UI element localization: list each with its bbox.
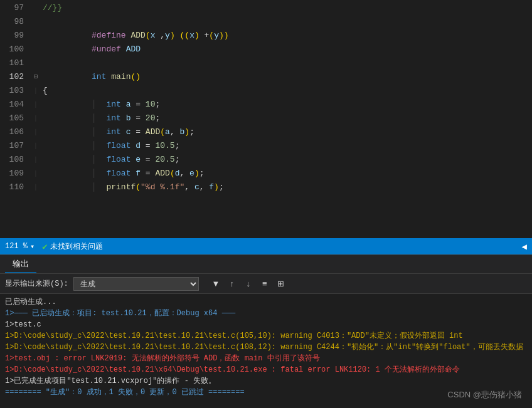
status-check-label: 未找到相关问题: [50, 241, 103, 252]
list-item: 1>test.obj : error LNK2019: 无法解析的外部符号 AD…: [5, 353, 527, 364]
line-number-99: 99: [0, 29, 31, 43]
list-item: 1>已完成生成项目"test.10.21.vcxproj"的操作 - 失败。: [5, 375, 527, 387]
line-number-101: 101: [0, 56, 31, 70]
table-row: 100 #undef ADD: [0, 43, 532, 56]
line-number-97: 97: [0, 1, 31, 15]
line-number-103: 103: [0, 84, 31, 98]
table-row: 102 ⊟ int main(): [0, 70, 532, 84]
source-label: 显示输出来源(S):: [5, 278, 68, 289]
zoom-indicator[interactable]: 121 % ▾: [5, 242, 35, 251]
toolbar-icon-group: ▼ ↑ ↓ ≡ ⊞: [209, 277, 288, 291]
line-number-105: 105: [0, 112, 31, 125]
list-item: 1>D:\code\study_c\2022\test.10.21\x64\De…: [5, 364, 527, 375]
toolbar-scroll-down-icon[interactable]: ▼: [209, 277, 223, 291]
nav-left-icon: ◀: [522, 242, 527, 252]
panel-tab-bar: 输出: [0, 255, 532, 274]
list-item: 1>test.c: [5, 319, 527, 330]
list-item: 1>——— 已启动生成：项目: test.10.21，配置：Debug x64 …: [5, 308, 527, 319]
toolbar-clear-icon[interactable]: ≡: [258, 277, 272, 291]
line-number-100: 100: [0, 43, 31, 56]
check-icon: ✔: [42, 241, 47, 252]
status-check-indicator: ✔ 未找到相关问题: [42, 241, 102, 252]
tab-output[interactable]: 输出: [5, 256, 36, 273]
line-number-109: 109: [0, 167, 31, 180]
toolbar-scroll-up-icon[interactable]: ↑: [225, 277, 239, 291]
line-number-104: 104: [0, 98, 31, 112]
toolbar-wrap-icon[interactable]: ⊞: [274, 277, 288, 291]
toolbar-scroll-end-icon[interactable]: ↓: [242, 277, 255, 291]
output-toolbar: 显示输出来源(S): 生成 ▼ ↑ ↓ ≡ ⊞: [0, 274, 532, 294]
line-number-106: 106: [0, 125, 31, 139]
line-number-102: 102: [0, 70, 31, 84]
table-row: 97 //}}: [0, 1, 532, 15]
line-content-110: │ printf("%d %.1f", c, f);: [40, 167, 532, 194]
editor-whitespace: [0, 194, 532, 238]
line-number-108: 108: [0, 153, 31, 167]
table-row: 110 │ │ printf("%d %.1f", c, f);: [0, 180, 532, 194]
status-nav-button[interactable]: ◀: [522, 241, 527, 252]
line-content-97: //}}: [40, 1, 532, 15]
code-lines: 97 //}} 98 99 #define ADD(x ,y) ((x) +(y…: [0, 0, 532, 194]
line-number-110: 110: [0, 180, 31, 194]
zoom-dropdown-icon[interactable]: ▾: [30, 242, 35, 251]
code-editor[interactable]: 97 //}} 98 99 #define ADD(x ,y) ((x) +(y…: [0, 0, 532, 194]
output-panel: 输出 显示输出来源(S): 生成 ▼ ↑ ↓ ≡ ⊞ 已启动生成... 1>——…: [0, 254, 532, 408]
list-item: 已启动生成...: [5, 296, 527, 308]
line-number-98: 98: [0, 15, 31, 29]
status-bar: 121 % ▾ ✔ 未找到相关问题 ◀: [0, 238, 532, 254]
line-number-107: 107: [0, 139, 31, 153]
source-select[interactable]: 生成: [73, 277, 199, 291]
list-item: 1>D:\code\study_c\2022\test.10.21\test.1…: [5, 330, 527, 342]
watermark: CSDN @悲伤猪小猪: [447, 389, 522, 400]
list-item: 1>D:\code\study_c\2022\test.10.21\test.1…: [5, 342, 527, 353]
editor-container: 97 //}} 98 99 #define ADD(x ,y) ((x) +(y…: [0, 0, 532, 408]
zoom-value: 121 %: [5, 242, 28, 251]
